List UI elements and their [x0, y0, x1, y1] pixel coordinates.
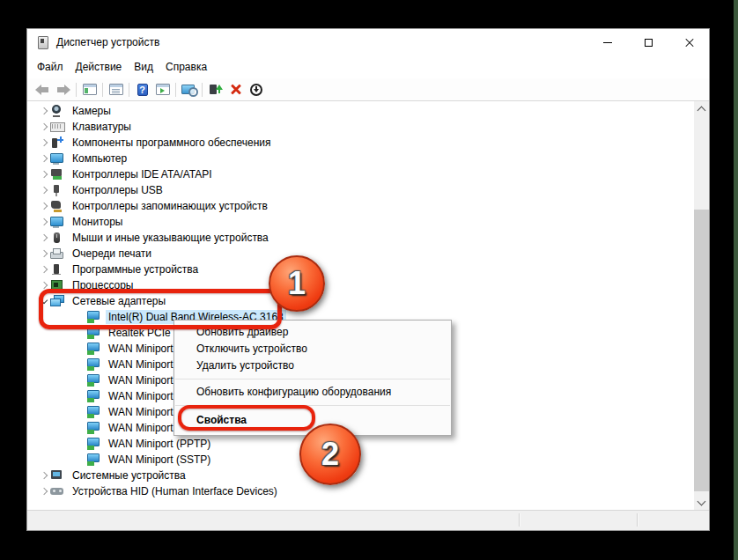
chevron-right-icon[interactable]	[40, 202, 48, 210]
tree-item-storage-controllers[interactable]: Контроллеры запоминающих устройств	[27, 198, 694, 214]
tree-item-keyboards[interactable]: Клавиатуры	[27, 119, 694, 135]
chevron-right-icon[interactable]	[40, 217, 48, 226]
menu-file[interactable]: Файл	[31, 56, 70, 77]
toolbar-separator	[129, 83, 129, 97]
chevron-right-icon[interactable]	[40, 471, 48, 480]
properties-button[interactable]	[106, 80, 126, 99]
tree-item-print-queues[interactable]: Очереди печати	[27, 246, 694, 262]
screen-edge-strip	[734, 0, 738, 560]
menu-action[interactable]: Действие	[70, 56, 129, 77]
chevron-right-icon[interactable]	[40, 170, 48, 179]
menu-help[interactable]: Справка	[159, 56, 213, 77]
tree-item-label: WAN Miniport (SSTP)	[106, 453, 213, 467]
network-adapter-icon	[86, 453, 100, 466]
software-device-icon	[50, 263, 63, 276]
chevron-right-icon[interactable]	[40, 487, 48, 496]
tree-item-cameras[interactable]: Камеры	[27, 103, 694, 119]
tree-item-label: Компоненты программного обеспечения	[70, 136, 274, 150]
show-action-pane-button[interactable]	[152, 80, 173, 99]
tree-item-label: WAN Miniport	[106, 405, 176, 419]
back-button[interactable]	[33, 80, 53, 99]
toolbar-separator	[202, 83, 203, 97]
maximize-icon	[645, 39, 653, 47]
tree-item-label: Компьютер	[70, 151, 129, 166]
network-adapter-icon	[86, 406, 100, 418]
tree-item-usb-controllers[interactable]: Контроллеры USB	[27, 182, 694, 198]
network-adapter-icon	[86, 422, 100, 434]
toolbar-separator	[175, 83, 176, 97]
chevron-right-icon[interactable]	[40, 107, 48, 115]
status-bar-separator	[519, 513, 520, 527]
maximize-button[interactable]	[628, 29, 668, 55]
mouse-icon	[50, 232, 63, 244]
tree-item-label: Мыши и иные указывающие устройства	[70, 231, 271, 245]
network-adapter-icon	[86, 438, 100, 450]
tree-item-mice[interactable]: Мыши и иные указывающие устройства	[27, 230, 694, 246]
usb-icon	[50, 184, 63, 196]
toolbar	[27, 78, 709, 101]
forward-icon	[55, 85, 70, 95]
tree-item-label: Программные устройства	[70, 262, 201, 276]
tree-item-ide-controllers[interactable]: Контроллеры IDE ATA/ATAPI	[27, 166, 694, 182]
tree-item-label: Камеры	[70, 104, 114, 118]
scan-hardware-button[interactable]	[179, 80, 199, 99]
menu-view[interactable]: Вид	[128, 56, 159, 77]
close-button[interactable]	[668, 29, 709, 55]
window-title: Диспетчер устройств	[56, 36, 159, 48]
step-2-callout: 2	[299, 424, 361, 485]
update-driver-icon	[209, 83, 223, 96]
update-driver-button[interactable]	[205, 80, 225, 99]
minimize-button[interactable]	[587, 29, 628, 55]
disable-device-button[interactable]	[246, 80, 266, 99]
status-bar-separator	[637, 513, 638, 527]
context-menu-item-scan-hardware[interactable]: Обновить конфигурацию оборудования	[174, 384, 451, 401]
help-icon	[137, 84, 148, 96]
title-bar[interactable]: Диспетчер устройств	[27, 29, 709, 55]
tree-item-system-devices[interactable]: Системные устройства	[27, 468, 694, 483]
tree-item-label: Клавиатуры	[70, 120, 134, 134]
toolbar-separator	[102, 83, 103, 97]
show-console-tree-button[interactable]	[79, 80, 100, 99]
camera-icon	[50, 105, 63, 117]
chevron-right-icon[interactable]	[40, 138, 48, 147]
chevron-right-icon[interactable]	[40, 122, 48, 131]
printer-icon	[50, 247, 63, 260]
chevron-right-icon[interactable]	[40, 265, 48, 274]
chevron-right-icon[interactable]	[40, 249, 48, 258]
uninstall-device-button[interactable]	[225, 80, 246, 99]
computer-icon	[50, 152, 63, 165]
chevron-right-icon[interactable]	[40, 233, 48, 242]
tree-item-hid-devices[interactable]: Устройства HID (Human Interface Devices)	[27, 483, 694, 499]
tree-item-software-components[interactable]: Компоненты программного обеспечения	[27, 135, 694, 151]
keyboard-icon	[50, 121, 63, 133]
forward-button[interactable]	[53, 80, 73, 99]
device-manager-window: Диспетчер устройств Файл Действие Вид Сп…	[26, 28, 710, 531]
scroll-up-button[interactable]	[694, 101, 709, 116]
help-button[interactable]	[132, 80, 152, 99]
tree-item-label: Очереди печати	[70, 247, 154, 261]
chevron-right-icon[interactable]	[40, 186, 48, 195]
vertical-scrollbar[interactable]	[694, 101, 709, 510]
status-bar	[27, 510, 709, 530]
tree-item-software-devices[interactable]: Программные устройства	[27, 262, 694, 277]
toolbar-separator	[76, 83, 77, 97]
scan-hardware-icon	[181, 84, 196, 96]
tree-item-monitors[interactable]: Мониторы	[27, 214, 694, 230]
context-menu-item-uninstall-device[interactable]: Удалить устройство	[174, 357, 451, 374]
tree-item-label: Мониторы	[70, 215, 125, 229]
scroll-down-button[interactable]	[694, 495, 709, 510]
highlight-box-network-adapters	[39, 289, 282, 329]
back-icon	[35, 85, 50, 95]
tree-item-computer[interactable]: Компьютер	[27, 151, 694, 166]
context-menu-item-disable-device[interactable]: Отключить устройство	[174, 341, 451, 357]
ide-controller-icon	[50, 168, 63, 181]
scrollbar-thumb[interactable]	[694, 210, 709, 491]
tree-item-label: Системные устройства	[70, 468, 188, 483]
chevron-right-icon[interactable]	[40, 154, 48, 163]
tree-item-label: WAN Miniport	[106, 357, 176, 372]
monitor-icon	[50, 216, 63, 228]
window-controls	[587, 29, 709, 55]
desktop-background: { "window": { "title": "Диспетчер устрой…	[0, 0, 738, 560]
properties-icon	[109, 84, 123, 95]
highlight-box-properties	[178, 405, 315, 431]
